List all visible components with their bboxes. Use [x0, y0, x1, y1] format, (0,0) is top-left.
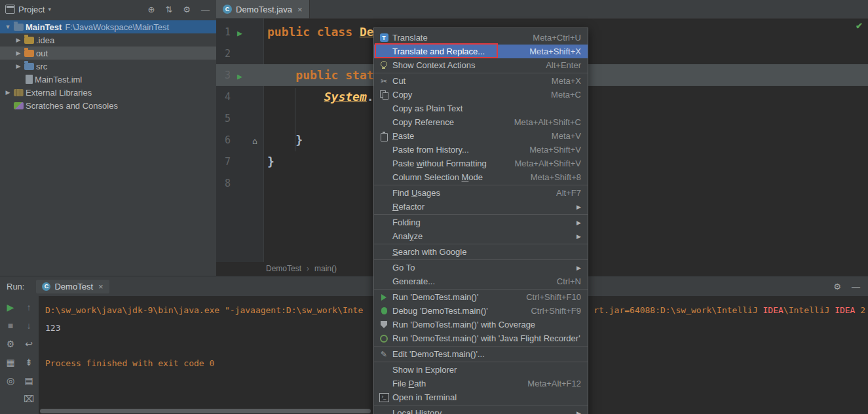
- tree-item-external-libraries[interactable]: ▶External Libraries: [0, 86, 216, 99]
- run-gutter-icon[interactable]: ▶: [237, 28, 242, 38]
- expand-arrow-icon[interactable]: ▶: [13, 37, 24, 43]
- menu-item-label: Copy: [392, 90, 412, 100]
- menu-item-local-history[interactable]: Local History▶: [374, 406, 588, 414]
- pin-icon[interactable]: ◎: [7, 375, 14, 386]
- project-header-icons: ⊕⇅⚙—: [148, 5, 210, 14]
- menu-icon-slot: [377, 292, 390, 303]
- chevron-down-icon[interactable]: ▾: [48, 6, 51, 12]
- menu-item-open-in-terminal[interactable]: Open in Terminal: [374, 390, 588, 404]
- menu-item-file-path[interactable]: File PathMeta+Alt+F12: [374, 377, 588, 390]
- menu-item-shortcut: Ctrl+N: [544, 276, 581, 286]
- menu-item-refactor[interactable]: Refactor▶: [374, 200, 588, 214]
- run-gutter-icon[interactable]: ▶: [237, 71, 242, 81]
- menu-item-run-demotest-main-with-coverage[interactable]: Run 'DemoTest.main()' with Coverage: [374, 318, 588, 331]
- menu-item-shortcut: Meta+Alt+F12: [514, 379, 581, 388]
- menu-item-shortcut: Meta+Shift+V: [516, 145, 581, 155]
- menu-separator: [374, 185, 588, 185]
- code-text[interactable]: }: [263, 133, 303, 147]
- up-stack-icon[interactable]: ↑: [27, 301, 31, 313]
- menu-item-debug-demotest-main[interactable]: Debug 'DemoTest.main()'Ctrl+Shift+F9: [374, 304, 588, 318]
- menu-item-search-with-google[interactable]: Search with Google: [374, 245, 588, 259]
- horizontal-scrollbar-thumb[interactable]: [40, 409, 371, 413]
- scroll-end-icon[interactable]: ⇟: [25, 356, 33, 368]
- gutter-slot: ▶: [231, 68, 249, 82]
- layout-icon[interactable]: ▦: [6, 356, 14, 368]
- menu-item-paste-from-history[interactable]: Paste from History...Meta+Shift+V: [374, 143, 588, 157]
- delete-icon[interactable]: ⌧: [24, 393, 34, 405]
- menu-item-column-selection-mode[interactable]: Column Selection ModeMeta+Shift+8: [374, 170, 588, 184]
- tree-item-idea[interactable]: ▶.idea: [0, 33, 216, 47]
- menu-item-paste-without-formatting[interactable]: Paste without FormattingMeta+Alt+Shift+V: [374, 157, 588, 170]
- expand-arrow-icon[interactable]: ▶: [3, 89, 13, 96]
- menu-item-show-in-explorer[interactable]: Show in Explorer: [374, 363, 588, 377]
- menu-item-copy[interactable]: CopyMeta+C: [374, 88, 588, 102]
- cut-icon: [379, 76, 389, 86]
- menu-item-paste[interactable]: PasteMeta+V: [374, 129, 588, 143]
- stop-icon[interactable]: ■: [8, 320, 13, 331]
- settings-icon[interactable]: ⚙: [183, 5, 191, 14]
- menu-item-analyze[interactable]: Analyze▶: [374, 229, 588, 243]
- code-text[interactable]: public stat: [263, 68, 374, 82]
- menu-item-copy-reference[interactable]: Copy ReferenceMeta+Alt+Shift+C: [374, 115, 588, 129]
- submenu-arrow-icon: ▶: [576, 233, 581, 240]
- menu-icon-slot: [377, 263, 390, 273]
- tree-item-src[interactable]: ▶src: [0, 60, 216, 73]
- soft-wrap-icon[interactable]: ↩: [25, 338, 33, 350]
- menu-item-go-to[interactable]: Go To▶: [374, 261, 588, 274]
- project-panel-title[interactable]: Project: [18, 5, 45, 14]
- menu-item-show-context-actions[interactable]: Show Context ActionsAlt+Enter: [374, 58, 588, 72]
- menu-item-run-demotest-main-with-java-flight-recorder[interactable]: Run 'DemoTest.main()' with 'Java Flight …: [374, 331, 588, 345]
- expand-arrow-icon[interactable]: ▶: [13, 50, 24, 56]
- menu-item-cut[interactable]: CutMeta+X: [374, 74, 588, 88]
- libraries-icon: [14, 89, 24, 96]
- tree-item-scratches-and-consoles[interactable]: Scratches and Consoles: [0, 99, 216, 112]
- print-icon[interactable]: ▤: [24, 375, 33, 386]
- settings-icon[interactable]: ⚙: [833, 282, 841, 291]
- code-text[interactable]: public class De: [263, 25, 374, 39]
- menu-item-edit-demotest-main[interactable]: Edit 'DemoTest.main()'...: [374, 347, 588, 361]
- close-icon[interactable]: ×: [297, 5, 303, 14]
- menu-icon-slot: [377, 408, 390, 414]
- expand-arrow-icon[interactable]: ▼: [3, 24, 13, 30]
- code-text[interactable]: }: [263, 155, 274, 168]
- tab-demotest-java[interactable]: DemoTest.java ×: [216, 0, 310, 18]
- menu-item-generate[interactable]: Generate...Ctrl+N: [374, 274, 588, 288]
- close-icon[interactable]: ×: [98, 282, 104, 292]
- locate-icon[interactable]: ⊕: [148, 5, 155, 14]
- run-tab-demotest[interactable]: DemoTest ×: [36, 280, 109, 293]
- menu-item-label: Copy Reference: [392, 117, 454, 127]
- rerun-icon[interactable]: ▶: [7, 301, 14, 313]
- menu-icon-slot: [377, 379, 390, 389]
- collapse-all-icon[interactable]: ⇅: [165, 5, 172, 14]
- console-text: IDEA: [835, 305, 855, 315]
- translate-icon: [380, 33, 388, 42]
- menu-item-translate-and-replace[interactable]: Translate and Replace...Meta+Shift+X: [374, 45, 588, 58]
- submenu-arrow-icon: ▶: [576, 265, 581, 271]
- breadcrumb-item-class[interactable]: DemoTest: [266, 264, 301, 273]
- tree-item-maintest[interactable]: ▼MainTest F:\JavaWokspace\MainTest: [0, 20, 216, 33]
- breadcrumb-separator: ›: [307, 264, 309, 273]
- menu-icon-slot: [377, 365, 390, 375]
- menu-item-find-usages[interactable]: Find UsagesAlt+F7: [374, 186, 588, 200]
- tree-item-maintest-iml[interactable]: MainTest.iml: [0, 73, 216, 86]
- hide-icon[interactable]: —: [852, 282, 860, 291]
- expand-arrow-icon[interactable]: ▶: [13, 63, 24, 69]
- settings-icon[interactable]: ⚙: [7, 338, 15, 350]
- tree-item-out[interactable]: ▶out: [0, 47, 216, 60]
- menu-item-folding[interactable]: Folding▶: [374, 216, 588, 229]
- editor-gutter: 2: [216, 43, 263, 64]
- code-text[interactable]: System.: [263, 90, 374, 104]
- code-token: public stat: [295, 68, 373, 82]
- menu-item-shortcut: Meta+C: [538, 90, 581, 100]
- down-stack-icon[interactable]: ↓: [27, 320, 31, 331]
- tree-item-label: Scratches and Consoles: [26, 101, 118, 111]
- menu-item-label: Debug 'DemoTest.main()': [392, 306, 488, 316]
- console-text: 123: [45, 323, 60, 333]
- menu-item-label: Search with Google: [392, 247, 466, 257]
- menu-item-run-demotest-main[interactable]: Run 'DemoTest.main()'Ctrl+Shift+F10: [374, 290, 588, 304]
- menu-item-copy-as-plain-text[interactable]: Copy as Plain Text: [374, 102, 588, 115]
- menu-item-translate[interactable]: TranslateMeta+Ctrl+U: [374, 31, 588, 45]
- menu-icon-slot: [377, 33, 390, 43]
- breadcrumb-item-method[interactable]: main(): [314, 264, 337, 273]
- hide-icon[interactable]: —: [201, 5, 210, 14]
